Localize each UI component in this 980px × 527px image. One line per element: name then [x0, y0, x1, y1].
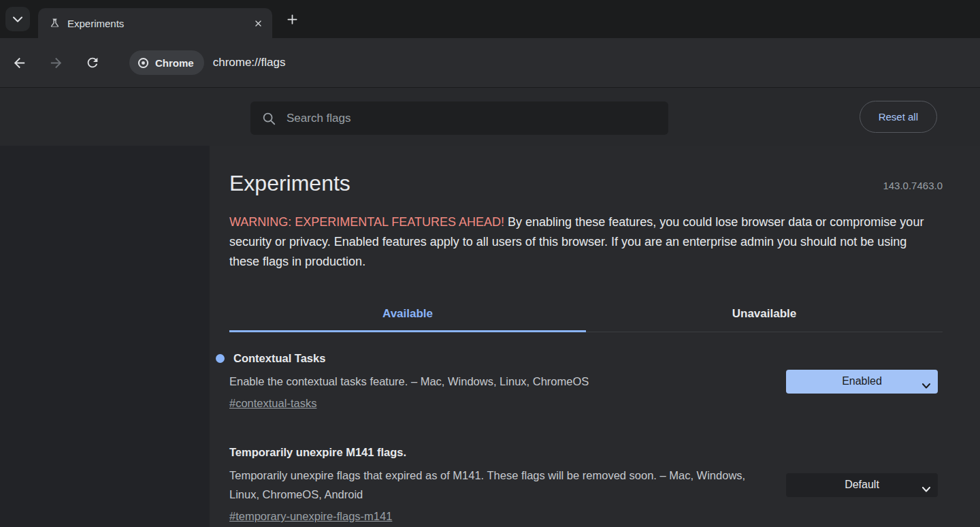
chrome-logo-icon — [137, 57, 150, 69]
chevron-down-icon — [922, 379, 930, 392]
flag-description: Temporarily unexpire flags that expired … — [229, 466, 759, 504]
forward-arrow-icon — [48, 55, 64, 71]
tab-unavailable[interactable]: Unavailable — [586, 299, 943, 332]
flag-name: Temporarily unexpire M141 flags. — [229, 444, 406, 460]
page-content: Experiments 143.0.7463.0 WARNING: EXPERI… — [0, 146, 980, 527]
forward-button[interactable] — [42, 49, 69, 76]
reload-icon — [85, 55, 100, 70]
new-tab-button[interactable] — [280, 7, 304, 31]
warning-text: WARNING: EXPERIMENTAL FEATURES AHEAD! By… — [229, 212, 934, 272]
chip-label: Chrome — [155, 57, 194, 69]
flag-name: Contextual Tasks — [233, 350, 325, 366]
browser-version: 143.0.7463.0 — [883, 180, 943, 191]
left-gutter — [0, 146, 210, 527]
site-info-chip[interactable]: Chrome — [129, 50, 204, 75]
flask-icon — [49, 18, 61, 29]
chevron-down-icon — [922, 483, 930, 495]
flag-info: Contextual Tasks Enable the contextual t… — [229, 350, 786, 413]
flag-description: Enable the contextual tasks feature. – M… — [229, 372, 759, 391]
tab-available[interactable]: Available — [229, 299, 586, 332]
search-icon — [261, 111, 276, 126]
flag-value-select[interactable]: Enabled — [786, 370, 938, 394]
experiments-panel: Experiments 143.0.7463.0 WARNING: EXPERI… — [210, 146, 980, 527]
experiments-header: Experiments 143.0.7463.0 — [229, 169, 980, 197]
back-arrow-icon — [12, 55, 27, 71]
search-flags-box[interactable] — [250, 101, 668, 135]
tab-search-button[interactable] — [5, 7, 30, 31]
page-title: Experiments — [229, 169, 350, 197]
flag-permalink[interactable]: #temporary-unexpire-flags-m141 — [229, 507, 392, 526]
chevron-down-icon — [13, 13, 22, 25]
tab-close-button[interactable] — [249, 14, 267, 32]
flag-row-unexpire-m141: Temporarily unexpire M141 flags. Tempora… — [229, 444, 980, 526]
tab-title: Experiments — [67, 18, 249, 29]
close-icon — [252, 18, 264, 29]
warning-highlight: WARNING: EXPERIMENTAL FEATURES AHEAD! — [229, 215, 504, 229]
flag-permalink[interactable]: #contextual-tasks — [229, 394, 316, 413]
omnibox-url[interactable]: chrome://flags — [213, 56, 286, 69]
search-flags-input[interactable] — [287, 112, 657, 125]
browser-toolbar: Chrome chrome://flags — [0, 38, 980, 87]
modified-flag-dot — [216, 354, 225, 363]
reset-all-button[interactable]: Reset all — [860, 101, 937, 133]
flag-select-value: Default — [845, 479, 879, 491]
flags-page-header: Reset all — [0, 87, 980, 146]
flag-info: Temporarily unexpire M141 flags. Tempora… — [229, 444, 786, 526]
tab-strip: Experiments — [0, 0, 980, 38]
flag-value-select[interactable]: Default — [786, 473, 938, 497]
tab-experiments[interactable]: Experiments — [38, 8, 272, 38]
plus-icon — [285, 12, 299, 27]
flag-row-contextual-tasks: Contextual Tasks Enable the contextual t… — [229, 350, 980, 413]
back-button[interactable] — [5, 49, 33, 76]
flag-select-value: Enabled — [842, 375, 882, 387]
reload-button[interactable] — [79, 49, 106, 76]
flags-tabs: Available Unavailable — [229, 299, 943, 332]
browser-window: Experiments — [0, 0, 980, 527]
